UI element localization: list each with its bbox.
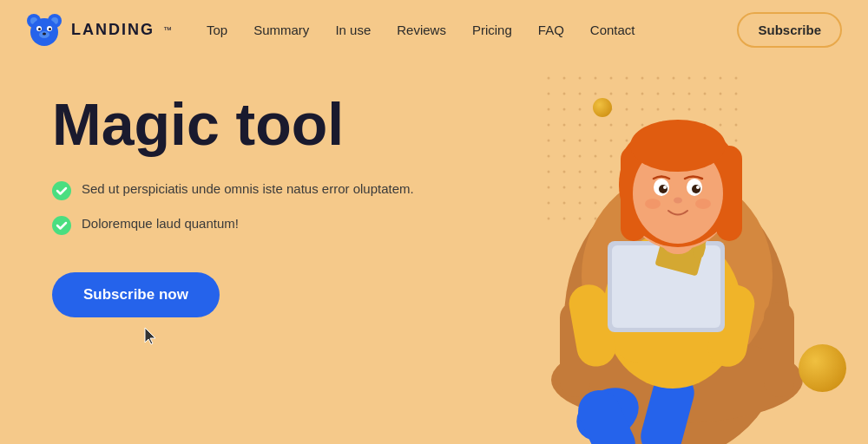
gold-orb-bottom <box>799 344 846 392</box>
svg-point-50 <box>695 199 711 209</box>
nav-subscribe-button[interactable]: Subscribe <box>737 12 842 48</box>
nav-link-pricing[interactable]: Pricing <box>472 23 512 37</box>
feature-item-1: Sed ut perspiciatis unde omnis iste natu… <box>52 180 417 200</box>
svg-point-7 <box>38 28 41 30</box>
hero-title: Magic tool <box>52 94 417 155</box>
svg-point-10 <box>43 33 46 36</box>
check-icon-2 <box>52 216 71 235</box>
svg-point-45 <box>692 185 700 193</box>
gold-orb-top <box>593 98 612 117</box>
hero-content: Magic tool Sed ut perspiciatis unde omni… <box>52 76 417 317</box>
hero-features: Sed ut perspiciatis unde omnis iste natu… <box>52 180 417 235</box>
svg-point-49 <box>645 199 661 209</box>
nav-link-contact[interactable]: Contact <box>590 23 635 37</box>
feature-text-2: Doloremque laud quantum! <box>82 214 239 234</box>
navbar: LANDING™ Top Summary In use Reviews Pric… <box>0 0 868 59</box>
nav-link-faq[interactable]: FAQ <box>538 23 564 37</box>
nav-link-reviews[interactable]: Reviews <box>397 23 446 37</box>
brand-name: LANDING <box>71 21 155 39</box>
svg-point-46 <box>663 186 667 189</box>
cursor-arrow <box>143 327 159 350</box>
svg-marker-51 <box>145 328 155 344</box>
svg-point-12 <box>52 216 71 235</box>
nav-links: Top Summary In use Reviews Pricing FAQ C… <box>207 23 737 37</box>
logo-icon <box>26 11 62 48</box>
svg-point-41 <box>630 120 726 172</box>
svg-point-8 <box>49 28 51 30</box>
svg-point-48 <box>674 198 682 204</box>
svg-point-11 <box>52 181 71 200</box>
hero-section: Magic tool Sed ut perspiciatis unde omni… <box>0 59 868 444</box>
svg-rect-19 <box>764 302 794 397</box>
logo[interactable]: LANDING™ <box>26 11 172 48</box>
nav-link-top[interactable]: Top <box>207 23 227 37</box>
nav-link-inuse[interactable]: In use <box>335 23 371 37</box>
svg-point-44 <box>659 185 667 193</box>
check-icon-1 <box>52 181 71 200</box>
feature-item-2: Doloremque laud quantum! <box>52 214 417 235</box>
svg-point-47 <box>696 186 700 189</box>
feature-text-1: Sed ut perspiciatis unde omnis iste natu… <box>82 180 414 199</box>
character-illustration <box>425 59 842 444</box>
subscribe-button[interactable]: Subscribe now <box>52 272 220 317</box>
nav-link-summary[interactable]: Summary <box>253 23 309 37</box>
